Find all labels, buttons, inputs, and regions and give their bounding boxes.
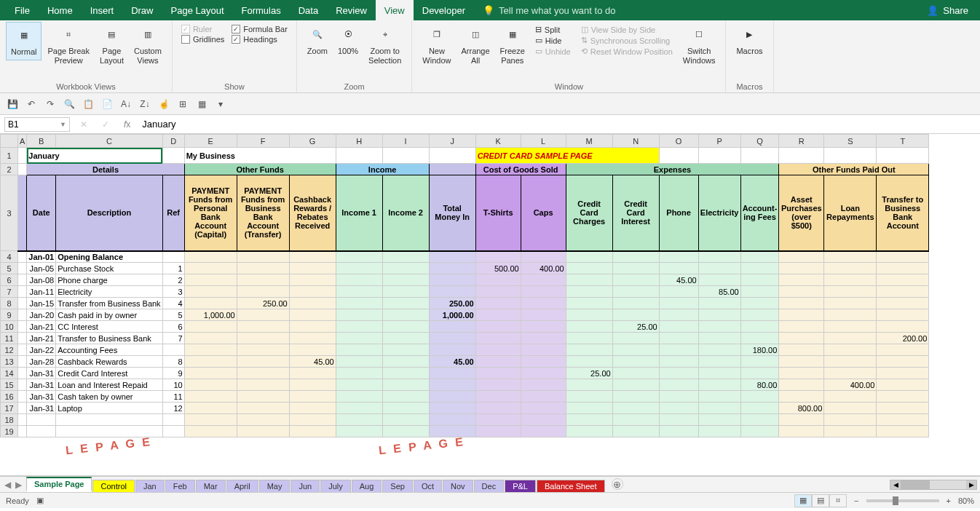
cell-T8[interactable] (877, 298, 929, 309)
sheet-tab-sample-page[interactable]: Sample Page (26, 477, 92, 492)
cell-K4[interactable] (475, 251, 521, 263)
headings-checkbox[interactable]: ✓Headings (232, 35, 288, 44)
cell-C6[interactable]: Phone charge (56, 274, 162, 286)
row-header-9[interactable]: 9 (1, 309, 18, 321)
row-header-19[interactable]: 19 (1, 426, 18, 437)
cell-L15[interactable] (521, 379, 566, 391)
cell-T5[interactable] (877, 263, 929, 274)
sheet-nav[interactable]: ◀▶ (0, 477, 26, 492)
cell-L6[interactable] (521, 274, 566, 286)
sheet-tab-may[interactable]: May (259, 480, 291, 492)
cell-K12[interactable] (475, 344, 521, 356)
normal-view-icon[interactable]: ▦ (794, 494, 812, 507)
fill-button[interactable]: ▦ (194, 96, 210, 112)
row-header-11[interactable]: 11 (1, 333, 18, 344)
cell-R4[interactable] (779, 251, 824, 263)
sheet-tab-mar[interactable]: Mar (196, 480, 226, 492)
cell-M17[interactable] (566, 403, 612, 414)
cell-A4[interactable] (18, 251, 27, 263)
cell-F8[interactable]: 250.00 (237, 298, 289, 309)
cell-T7[interactable] (877, 286, 929, 298)
cell-G4[interactable] (289, 251, 336, 263)
cell-D12[interactable] (162, 344, 184, 356)
cell-O8[interactable] (659, 298, 698, 309)
cell-K9[interactable] (475, 309, 521, 321)
col-header-R[interactable]: R (779, 135, 824, 148)
cell-C18[interactable] (56, 414, 162, 426)
zoom-in-button[interactable]: + (947, 496, 951, 505)
cell-B1[interactable]: January (27, 148, 162, 164)
cell-B14[interactable]: Jan-31 (27, 368, 56, 379)
cell-I14[interactable] (382, 368, 429, 379)
cell-I7[interactable] (382, 286, 429, 298)
cell-E5[interactable] (184, 263, 237, 274)
cell-I11[interactable] (382, 333, 429, 344)
borders-button[interactable]: ⊞ (175, 96, 191, 112)
cell-N4[interactable] (612, 251, 659, 263)
zoom-button[interactable]: 🔍Zoom (303, 22, 332, 59)
cell-D4[interactable] (162, 251, 184, 263)
menu-draw[interactable]: Draw (122, 0, 162, 20)
cell-E14[interactable] (184, 368, 237, 379)
cell-T6[interactable] (877, 274, 929, 286)
cell-F10[interactable] (237, 321, 289, 333)
menu-view[interactable]: View (376, 0, 414, 20)
cell-Q5[interactable] (740, 263, 779, 274)
cell-H14[interactable] (336, 368, 382, 379)
sheet-tab-feb[interactable]: Feb (165, 480, 195, 492)
cell-S4[interactable] (824, 251, 877, 263)
cell-D8[interactable]: 4 (162, 298, 184, 309)
cell-F14[interactable] (237, 368, 289, 379)
cell-K14[interactable] (475, 368, 521, 379)
cell-I12[interactable] (382, 344, 429, 356)
gridlines-checkbox[interactable]: Gridlines (181, 35, 224, 44)
cell-B17[interactable]: Jan-31 (27, 403, 56, 414)
cell-A12[interactable] (18, 344, 27, 356)
cell-E15[interactable] (184, 379, 237, 391)
sort-desc-button[interactable]: Z↓ (137, 96, 153, 112)
cell-S8[interactable] (824, 298, 877, 309)
cell-T13[interactable] (877, 356, 929, 368)
menu-formulas[interactable]: Formulas (233, 0, 290, 20)
cell-N9[interactable] (612, 309, 659, 321)
cell-D15[interactable]: 10 (162, 379, 184, 391)
cell-D14[interactable]: 9 (162, 368, 184, 379)
cell-P12[interactable] (698, 344, 740, 356)
cell-G18[interactable] (289, 414, 336, 426)
custom-views-button[interactable]: ▥Custom Views (130, 22, 166, 68)
cell-D10[interactable]: 6 (162, 321, 184, 333)
redo-button[interactable]: ↷ (42, 96, 58, 112)
cell-H13[interactable] (336, 356, 382, 368)
cell-K18[interactable] (475, 414, 521, 426)
cell-N13[interactable] (612, 356, 659, 368)
formula-input[interactable] (141, 117, 980, 131)
cell-G15[interactable] (289, 379, 336, 391)
cell-B13[interactable]: Jan-28 (27, 356, 56, 368)
cell-R10[interactable] (779, 321, 824, 333)
sheet-tab-sep[interactable]: Sep (382, 480, 413, 492)
cell-G13[interactable]: 45.00 (289, 356, 336, 368)
cell-I6[interactable] (382, 274, 429, 286)
cell-I15[interactable] (382, 379, 429, 391)
name-box[interactable]: B1 ▼ (4, 117, 70, 132)
cell-N16[interactable] (612, 391, 659, 403)
sheet-tab-april[interactable]: April (226, 480, 258, 492)
row-header-13[interactable]: 13 (1, 356, 18, 368)
cell-A8[interactable] (18, 298, 27, 309)
cell-N18[interactable] (612, 414, 659, 426)
cell-A14[interactable] (18, 368, 27, 379)
cell-J18[interactable] (429, 414, 475, 426)
cell-A15[interactable] (18, 379, 27, 391)
cell-N11[interactable] (612, 333, 659, 344)
formula-bar-checkbox[interactable]: ✓Formula Bar (232, 25, 288, 33)
col-header-G[interactable]: G (289, 135, 336, 148)
cell-C19[interactable] (56, 426, 162, 437)
sheet-tab-dec[interactable]: Dec (474, 480, 505, 492)
cell-I18[interactable] (382, 414, 429, 426)
cell-Q7[interactable] (740, 286, 779, 298)
cell-B18[interactable] (27, 414, 56, 426)
cell-A5[interactable] (18, 263, 27, 274)
col-header-E[interactable]: E (184, 135, 237, 148)
cell-F9[interactable] (237, 309, 289, 321)
cell-K7[interactable] (475, 286, 521, 298)
